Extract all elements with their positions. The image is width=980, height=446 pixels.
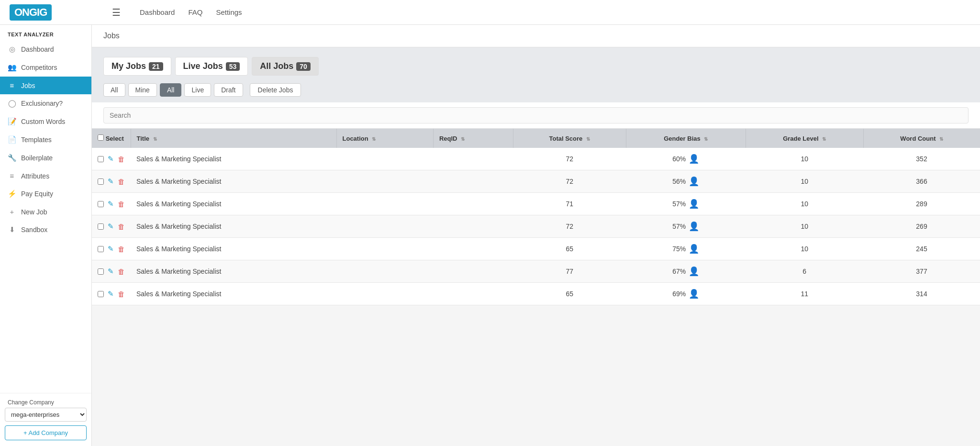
sidebar-item-exclusionary[interactable]: ◯ Exclusionary? bbox=[0, 94, 91, 112]
sidebar-item-pay-equity[interactable]: ⚡ Pay Equity bbox=[0, 185, 91, 203]
row-title-1[interactable]: Sales & Marketing Specialist bbox=[131, 170, 336, 193]
gender-bias-icon-0: 👤 bbox=[689, 154, 699, 164]
gender-bias-icon-2: 👤 bbox=[689, 199, 699, 209]
row-location-3 bbox=[336, 215, 433, 238]
th-gender-bias[interactable]: Gender Bias ⇅ bbox=[626, 129, 746, 148]
sidebar-item-templates[interactable]: 📄 Templates bbox=[0, 131, 91, 149]
page-title: Jobs bbox=[103, 32, 120, 40]
row-total-score-5: 77 bbox=[513, 260, 626, 283]
row-actions-cell: ✎ 🗑 bbox=[92, 215, 131, 238]
tab-my-jobs[interactable]: My Jobs 21 bbox=[103, 57, 171, 76]
delete-icon-1[interactable]: 🗑 bbox=[118, 178, 125, 186]
gender-bias-icon-3: 👤 bbox=[689, 221, 699, 232]
th-select: Select bbox=[92, 129, 131, 148]
delete-icon-3[interactable]: 🗑 bbox=[118, 223, 125, 231]
edit-icon-4[interactable]: ✎ bbox=[108, 245, 114, 253]
grade-level-sort-icon: ⇅ bbox=[822, 136, 826, 142]
row-gender-bias-6: 69% 👤 bbox=[626, 283, 746, 305]
row-location-6 bbox=[336, 283, 433, 305]
edit-icon-6[interactable]: ✎ bbox=[108, 290, 114, 298]
row-title-2[interactable]: Sales & Marketing Specialist bbox=[131, 193, 336, 215]
table-row: ✎ 🗑 Sales & Marketing Specialist 72 60% … bbox=[92, 148, 980, 170]
top-nav: ONGIG ☰ Dashboard FAQ Settings bbox=[0, 0, 980, 25]
hamburger-icon[interactable]: ☰ bbox=[112, 7, 121, 18]
filter-draft[interactable]: Draft bbox=[214, 83, 243, 97]
sidebar-item-competitors[interactable]: 👥 Competitors bbox=[0, 58, 91, 77]
sidebar-item-dashboard[interactable]: ◎ Dashboard bbox=[0, 40, 91, 58]
delete-icon-6[interactable]: 🗑 bbox=[118, 290, 125, 298]
row-title-0[interactable]: Sales & Marketing Specialist bbox=[131, 148, 336, 170]
delete-icon-4[interactable]: 🗑 bbox=[118, 245, 125, 253]
th-word-count[interactable]: Word Count ⇅ bbox=[863, 129, 980, 148]
sidebar-section-label: TEXT ANALYZER bbox=[0, 25, 91, 40]
th-title[interactable]: Title ⇅ bbox=[131, 129, 336, 148]
row-checkbox-0[interactable] bbox=[98, 156, 104, 162]
th-total-score[interactable]: Total Score ⇅ bbox=[513, 129, 626, 148]
nav-faq[interactable]: FAQ bbox=[188, 8, 202, 16]
row-checkbox-4[interactable] bbox=[98, 246, 104, 252]
row-word-count-4: 245 bbox=[863, 238, 980, 260]
sidebar-item-new-job[interactable]: + New Job bbox=[0, 203, 91, 221]
row-word-count-6: 314 bbox=[863, 283, 980, 305]
nav-dashboard[interactable]: Dashboard bbox=[140, 8, 175, 16]
add-company-button[interactable]: + Add Company bbox=[5, 425, 87, 440]
row-word-count-3: 269 bbox=[863, 215, 980, 238]
sidebar-item-attributes[interactable]: ≡ Attributes bbox=[0, 167, 91, 185]
row-reqid-0 bbox=[433, 148, 513, 170]
th-grade-level[interactable]: Grade Level ⇅ bbox=[746, 129, 863, 148]
table-row: ✎ 🗑 Sales & Marketing Specialist 65 69% … bbox=[92, 283, 980, 305]
row-title-3[interactable]: Sales & Marketing Specialist bbox=[131, 215, 336, 238]
delete-icon-0[interactable]: 🗑 bbox=[118, 155, 125, 163]
search-input[interactable] bbox=[103, 107, 969, 123]
row-checkbox-1[interactable] bbox=[98, 178, 104, 185]
filter-all-1[interactable]: All bbox=[103, 83, 125, 97]
row-checkbox-5[interactable] bbox=[98, 268, 104, 275]
th-reqid[interactable]: ReqID ⇅ bbox=[433, 129, 513, 148]
my-jobs-label: My Jobs bbox=[111, 61, 146, 71]
row-actions-cell: ✎ 🗑 bbox=[92, 170, 131, 193]
table-row: ✎ 🗑 Sales & Marketing Specialist 72 57% … bbox=[92, 215, 980, 238]
row-word-count-5: 377 bbox=[863, 260, 980, 283]
row-title-4[interactable]: Sales & Marketing Specialist bbox=[131, 238, 336, 260]
table-row: ✎ 🗑 Sales & Marketing Specialist 77 67% … bbox=[92, 260, 980, 283]
sidebar-item-jobs[interactable]: ≡ Jobs bbox=[0, 77, 91, 94]
top-nav-links: Dashboard FAQ Settings bbox=[140, 8, 242, 16]
filter-all-2[interactable]: All bbox=[160, 83, 182, 97]
tab-all-jobs[interactable]: All Jobs 70 bbox=[252, 57, 319, 76]
edit-icon-3[interactable]: ✎ bbox=[108, 222, 114, 231]
row-checkbox-3[interactable] bbox=[98, 223, 104, 230]
sidebar-item-custom-words[interactable]: 📝 Custom Words bbox=[0, 112, 91, 131]
row-title-5[interactable]: Sales & Marketing Specialist bbox=[131, 260, 336, 283]
row-location-1 bbox=[336, 170, 433, 193]
delete-jobs-button[interactable]: Delete Jobs bbox=[250, 83, 301, 97]
row-reqid-2 bbox=[433, 193, 513, 215]
th-location[interactable]: Location ⇅ bbox=[336, 129, 433, 148]
sidebar-label-custom-words: Custom Words bbox=[21, 118, 65, 125]
filter-mine[interactable]: Mine bbox=[128, 83, 157, 97]
delete-icon-5[interactable]: 🗑 bbox=[118, 268, 125, 276]
pay-equity-icon: ⚡ bbox=[8, 190, 16, 198]
row-location-2 bbox=[336, 193, 433, 215]
edit-icon-0[interactable]: ✎ bbox=[108, 155, 114, 163]
gender-bias-sort-icon: ⇅ bbox=[704, 136, 708, 142]
sidebar-item-sandbox[interactable]: ⬇ Sandbox bbox=[0, 221, 91, 239]
sidebar-item-boilerplate[interactable]: 🔧 Boilerplate bbox=[0, 149, 91, 167]
row-actions-cell: ✎ 🗑 bbox=[92, 193, 131, 215]
row-location-5 bbox=[336, 260, 433, 283]
tab-live-jobs[interactable]: Live Jobs 53 bbox=[175, 57, 248, 76]
row-checkbox-6[interactable] bbox=[98, 291, 104, 297]
edit-icon-2[interactable]: ✎ bbox=[108, 200, 114, 208]
select-all-checkbox[interactable] bbox=[98, 134, 104, 141]
company-select[interactable]: mega-enterprises bbox=[5, 408, 87, 422]
nav-settings[interactable]: Settings bbox=[216, 8, 242, 16]
row-title-6[interactable]: Sales & Marketing Specialist bbox=[131, 283, 336, 305]
edit-icon-1[interactable]: ✎ bbox=[108, 177, 114, 186]
edit-icon-5[interactable]: ✎ bbox=[108, 267, 114, 276]
sidebar: TEXT ANALYZER ◎ Dashboard 👥 Competitors … bbox=[0, 25, 92, 446]
sidebar-label-attributes: Attributes bbox=[21, 172, 49, 180]
filter-live[interactable]: Live bbox=[184, 83, 211, 97]
attributes-icon: ≡ bbox=[8, 172, 16, 180]
row-checkbox-2[interactable] bbox=[98, 201, 104, 207]
row-gender-bias-4: 75% 👤 bbox=[626, 238, 746, 260]
delete-icon-2[interactable]: 🗑 bbox=[118, 200, 125, 208]
